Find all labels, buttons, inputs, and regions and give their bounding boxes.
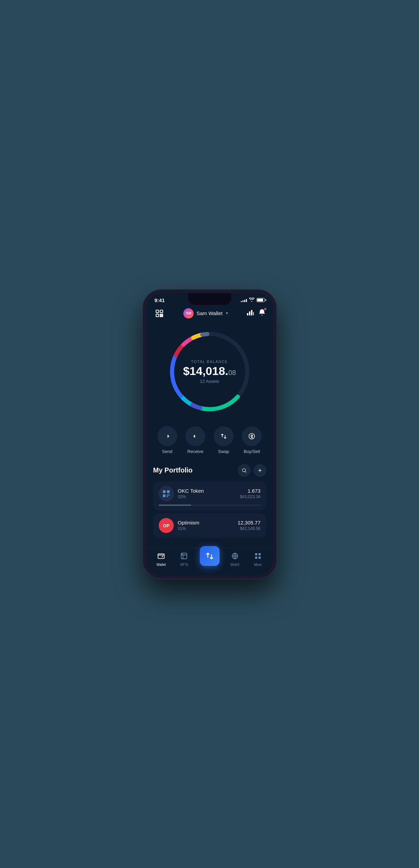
more-icon (254, 552, 262, 561)
nfts-nav-label: NFTs (180, 563, 188, 567)
receive-button[interactable]: Receive (185, 426, 205, 454)
svg-rect-36 (259, 557, 261, 559)
nav-wallet[interactable]: Wallet (150, 552, 173, 567)
battery-icon (257, 298, 265, 302)
portfolio-header: My Portfolio (153, 464, 266, 477)
svg-point-21 (242, 468, 245, 471)
qr-scan-icon[interactable] (153, 307, 166, 320)
status-time: 9:41 (155, 297, 165, 303)
svg-rect-5 (160, 316, 161, 316)
svg-rect-8 (249, 311, 250, 315)
svg-rect-27 (168, 494, 170, 496)
svg-rect-4 (162, 314, 162, 315)
status-icons (241, 298, 265, 303)
buysell-button[interactable]: Buy/Sell (242, 426, 262, 454)
svg-point-20 (249, 433, 255, 439)
svg-rect-24 (163, 494, 166, 497)
svg-rect-33 (255, 553, 257, 555)
svg-rect-10 (253, 312, 254, 315)
op-amount: 12,305.77 (238, 520, 261, 526)
nav-nfts[interactable]: NFTs (173, 552, 196, 567)
svg-rect-9 (251, 310, 252, 315)
okc-progress (159, 505, 261, 506)
svg-rect-7 (247, 313, 248, 315)
svg-rect-35 (255, 557, 257, 559)
buysell-label: Buy/Sell (244, 449, 260, 454)
okc-name: OKC Token (178, 488, 204, 494)
signal-icon (241, 298, 247, 302)
add-asset-button[interactable] (254, 464, 266, 477)
nav-center[interactable] (196, 553, 223, 566)
notification-badge (264, 308, 267, 311)
svg-point-31 (182, 554, 183, 555)
svg-rect-34 (259, 553, 261, 555)
more-nav-label: More (254, 563, 262, 567)
bottom-nav: Wallet NFTs (146, 548, 273, 575)
svg-rect-0 (156, 310, 159, 313)
balance-section: TOTAL BALANCE $14,018.08 12 Assets (146, 324, 273, 423)
wallet-selector[interactable]: SW Sam Wallet ▼ (183, 308, 228, 319)
nav-more[interactable]: More (246, 552, 269, 567)
notch (188, 293, 231, 305)
bell-container[interactable] (258, 309, 266, 318)
balance-label: TOTAL BALANCE (183, 359, 236, 363)
chart-icon[interactable] (247, 309, 254, 318)
phone-screen: 9:41 (146, 293, 273, 575)
receive-label: Receive (187, 449, 204, 454)
svg-rect-2 (156, 314, 159, 317)
svg-rect-23 (167, 490, 170, 493)
svg-rect-25 (167, 494, 168, 496)
svg-rect-29 (158, 554, 164, 559)
swap-label: Swap (218, 449, 229, 454)
balance-amount: $14,018.08 (183, 365, 236, 376)
send-label: Send (162, 449, 172, 454)
header: SW Sam Wallet ▼ (146, 305, 273, 324)
send-button[interactable]: Send (157, 426, 177, 454)
asset-item-op[interactable]: OP Optimism 31% 12,305.77 $42,149.56 (153, 513, 266, 538)
wallet-name: Sam Wallet (196, 310, 222, 316)
svg-rect-3 (160, 314, 161, 315)
header-left[interactable] (153, 307, 166, 320)
svg-text:OP: OP (163, 523, 169, 528)
asset-item-okc[interactable]: OKC Token 32% 1.673 $43,023.34 (153, 481, 266, 510)
op-value: $42,149.56 (238, 526, 261, 531)
search-button[interactable] (238, 464, 250, 477)
avatar: SW (183, 308, 194, 319)
wifi-icon (249, 298, 254, 303)
okc-percent: 32% (178, 494, 204, 499)
bell-icon[interactable] (258, 310, 266, 318)
svg-rect-22 (163, 490, 166, 493)
portfolio-section: My Portfolio (146, 461, 273, 538)
donut-chart: TOTAL BALANCE $14,018.08 12 Assets (165, 327, 254, 416)
okc-logo (159, 486, 174, 501)
web3-nav-label: Web3 (231, 563, 239, 567)
swap-button[interactable]: Swap (214, 426, 234, 454)
swap-center-button[interactable] (200, 546, 220, 566)
wallet-icon (157, 552, 165, 561)
asset-list: OKC Token 32% 1.673 $43,023.34 (153, 481, 266, 538)
op-name: Optimism (178, 520, 199, 526)
chevron-down-icon: ▼ (225, 311, 229, 315)
okc-value: $43,023.34 (240, 494, 260, 499)
assets-count: 12 Assets (183, 378, 236, 384)
header-right (247, 309, 266, 318)
svg-rect-26 (167, 496, 168, 497)
phone-shell: 9:41 (143, 290, 276, 579)
action-buttons: Send Receive Swap (146, 423, 273, 461)
nav-web3[interactable]: Web3 (223, 552, 246, 567)
svg-rect-1 (160, 310, 163, 313)
donut-center: TOTAL BALANCE $14,018.08 12 Assets (183, 359, 236, 384)
web3-icon (231, 552, 239, 561)
op-logo: OP (159, 518, 174, 533)
op-percent: 31% (178, 526, 199, 531)
okc-amount: 1.673 (240, 488, 260, 494)
nfts-icon (180, 552, 188, 561)
wallet-nav-label: Wallet (156, 563, 166, 567)
svg-rect-6 (161, 315, 162, 316)
portfolio-title: My Portfolio (153, 466, 193, 474)
portfolio-actions (238, 464, 266, 477)
